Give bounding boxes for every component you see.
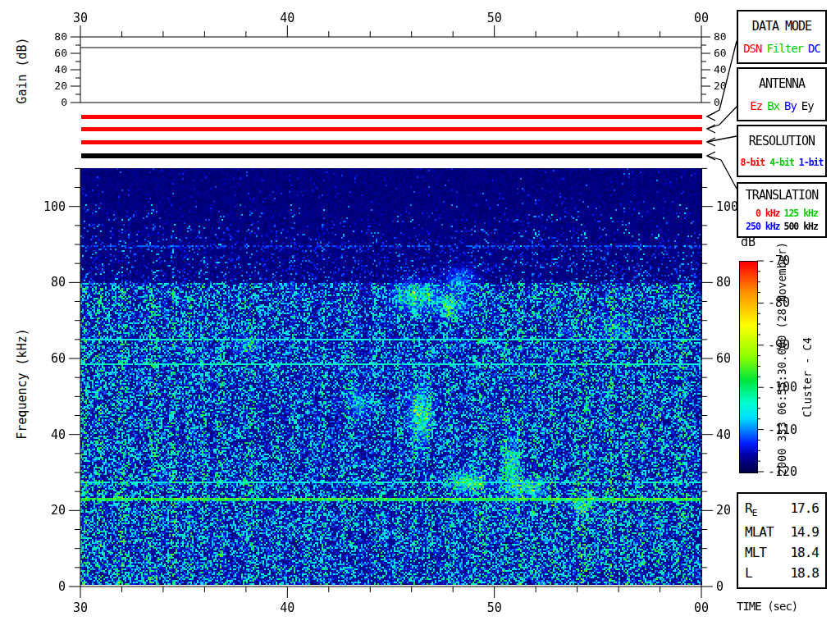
resolution-options: 8-bit4-bit1-bit xyxy=(741,157,824,168)
svg-text:100: 100 xyxy=(43,199,66,214)
timestamp-label: 2000 333 06:55:30.000 (28 November) xyxy=(775,242,788,475)
legend-option: By xyxy=(784,99,797,112)
legend-option: Filter xyxy=(766,42,803,55)
svg-text:0: 0 xyxy=(58,579,66,594)
svg-text:40: 40 xyxy=(54,63,67,75)
svg-text:20: 20 xyxy=(714,80,727,92)
svg-text:40: 40 xyxy=(280,11,294,25)
legend-option: DSN xyxy=(743,42,761,55)
resolution-status-bar xyxy=(81,140,702,144)
svg-text:40: 40 xyxy=(714,63,727,75)
spacecraft-label: Cluster - C4 xyxy=(801,337,814,418)
svg-text:60: 60 xyxy=(716,351,731,366)
svg-text:30: 30 xyxy=(73,11,88,25)
antenna-title: ANTENNA xyxy=(759,76,805,91)
svg-text:80: 80 xyxy=(54,30,67,43)
svg-text:60: 60 xyxy=(54,47,67,59)
svg-text:40: 40 xyxy=(280,600,294,615)
colorbar xyxy=(739,261,758,473)
spectrogram-page: Gain (dB) Frequency (kHz) 30405000002020… xyxy=(0,0,840,630)
gain-axis-title: Gain (dB) xyxy=(15,37,30,103)
colorbar-title: dB xyxy=(736,235,760,249)
legend-option: Bx xyxy=(767,99,779,112)
svg-text:0: 0 xyxy=(716,579,724,594)
antenna-options: EzBxByEy xyxy=(750,99,813,112)
svg-text:80: 80 xyxy=(716,275,731,290)
svg-text:50: 50 xyxy=(487,11,502,25)
translation-options: 0 kHz125 kHz250 kHz500 kHz xyxy=(746,208,818,232)
ephemeris-row: MLT18.4 xyxy=(738,545,825,560)
svg-text:0: 0 xyxy=(61,96,67,108)
svg-text:30: 30 xyxy=(73,600,88,615)
svg-text:00: 00 xyxy=(694,600,709,615)
svg-text:50: 50 xyxy=(487,600,502,615)
svg-text:20: 20 xyxy=(716,503,731,518)
ephemeris-table: RE17.6MLAT14.9MLT18.4L18.8 xyxy=(737,492,827,589)
spectrogram-canvas xyxy=(80,168,702,585)
legend-option: 1-bit xyxy=(799,157,824,168)
legend-option: 4-bit xyxy=(769,157,794,168)
svg-text:20: 20 xyxy=(54,80,67,92)
resolution-legend-box: RESOLUTION 8-bit4-bit1-bit xyxy=(737,125,827,177)
legend-option: 125 kHz xyxy=(784,208,818,219)
legend-option: Ey xyxy=(801,99,814,112)
data-mode-legend-box: DATA MODE DSNFilterDC xyxy=(737,10,827,64)
legend-option: 250 kHz xyxy=(746,221,779,232)
svg-text:0: 0 xyxy=(714,96,720,108)
colorbar-canvas xyxy=(740,262,757,472)
legend-option: Ez xyxy=(750,99,762,112)
svg-text:60: 60 xyxy=(714,47,727,59)
antenna-status-bar xyxy=(81,127,702,131)
translation-legend-box: TRANSLATION 0 kHz125 kHz250 kHz500 kHz xyxy=(737,182,827,238)
svg-text:80: 80 xyxy=(51,275,66,290)
ephemeris-row: MLAT14.9 xyxy=(738,524,825,540)
resolution-title: RESOLUTION xyxy=(749,134,815,148)
time-axis-title: TIME (sec) xyxy=(737,600,797,613)
svg-text:20: 20 xyxy=(51,503,66,518)
legend-option: 0 kHz xyxy=(756,208,780,219)
antenna-legend-box: ANTENNA EzBxByEy xyxy=(737,67,827,121)
legend-option: DC xyxy=(808,42,820,55)
data-mode-status-bar xyxy=(81,115,702,119)
svg-text:100: 100 xyxy=(716,199,738,214)
svg-text:80: 80 xyxy=(714,30,727,43)
frequency-axis-title: Frequency (kHz) xyxy=(15,328,30,439)
legend-option: 500 kHz xyxy=(784,221,818,232)
svg-text:40: 40 xyxy=(51,427,66,442)
svg-text:40: 40 xyxy=(716,427,731,442)
legend-option: 8-bit xyxy=(741,157,765,168)
data-mode-options: DSNFilterDC xyxy=(743,42,820,55)
ephemeris-row: L18.8 xyxy=(738,565,825,581)
svg-text:60: 60 xyxy=(51,351,66,366)
ephemeris-row: RE17.6 xyxy=(738,500,825,518)
data-mode-title: DATA MODE xyxy=(752,19,811,34)
svg-text:00: 00 xyxy=(694,11,709,25)
translation-title: TRANSLATION xyxy=(746,188,818,203)
translation-status-bar xyxy=(81,153,702,158)
